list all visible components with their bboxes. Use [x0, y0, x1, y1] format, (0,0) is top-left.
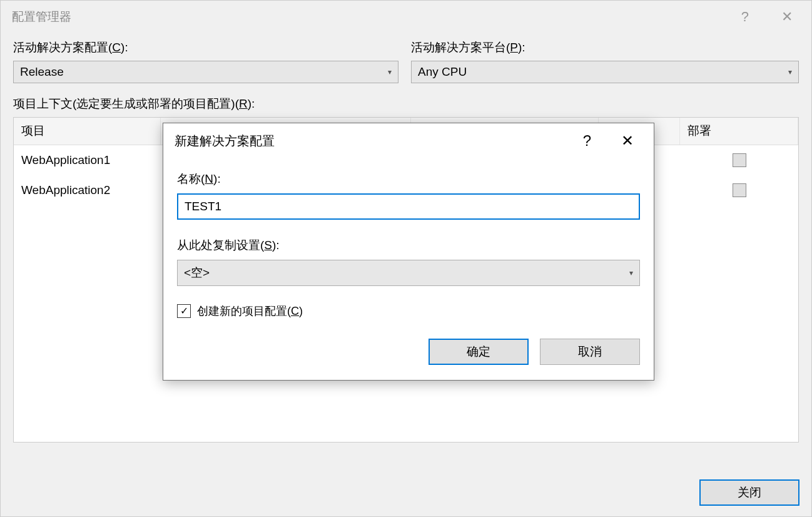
copy-from-label: 从此处复制设置(S):	[177, 237, 640, 253]
project-cell: WebApplication1	[14, 148, 161, 172]
chevron-down-icon: ▾	[388, 68, 392, 76]
copy-from-combo[interactable]: <空> ▾	[177, 260, 640, 286]
solution-config-group: 活动解决方案配置(C): Release ▾	[13, 39, 398, 83]
solution-config-label: 活动解决方案配置(C):	[13, 39, 398, 56]
header-project[interactable]: 项目	[14, 118, 161, 145]
titlebar-actions: ? ✕	[734, 6, 800, 28]
close-button[interactable]: 关闭	[699, 479, 799, 506]
deploy-cell	[680, 183, 798, 197]
help-icon[interactable]: ?	[574, 130, 600, 152]
copy-from-value: <空>	[184, 265, 629, 281]
deploy-cell	[680, 153, 798, 167]
chevron-down-icon: ▾	[788, 68, 792, 76]
window-title: 配置管理器	[12, 9, 734, 25]
solution-config-value: Release	[20, 65, 388, 79]
name-label: 名称(N):	[177, 171, 640, 187]
solution-platform-group: 活动解决方案平台(P): Any CPU ▾	[411, 39, 799, 83]
titlebar: 配置管理器 ? ✕	[1, 1, 811, 33]
modal-body: 名称(N): 从此处复制设置(S): <空> ▾ ✓ 创建新的项目配置(C) 确…	[163, 158, 654, 380]
deploy-checkbox[interactable]	[733, 153, 746, 167]
name-input[interactable]	[177, 193, 640, 220]
header-deploy[interactable]: 部署	[680, 118, 798, 145]
new-solution-config-dialog: 新建解决方案配置 ? ✕ 名称(N): 从此处复制设置(S): <空> ▾ ✓ …	[163, 123, 654, 381]
create-project-config-row[interactable]: ✓ 创建新的项目配置(C)	[177, 304, 640, 319]
close-icon[interactable]: ✕	[774, 6, 800, 28]
solution-config-combo[interactable]: Release ▾	[13, 61, 398, 83]
create-project-config-checkbox[interactable]: ✓	[177, 304, 191, 318]
ok-button[interactable]: 确定	[429, 339, 529, 365]
modal-title: 新建解决方案配置	[175, 133, 574, 150]
cancel-button[interactable]: 取消	[540, 339, 640, 365]
deploy-checkbox[interactable]	[733, 183, 746, 197]
project-context-label: 项目上下文(选定要生成或部署的项目配置)(R):	[13, 96, 799, 112]
chevron-down-icon: ▾	[629, 269, 633, 277]
create-project-config-label: 创建新的项目配置(C)	[197, 304, 303, 319]
checkmark-icon: ✓	[180, 306, 188, 316]
top-row: 活动解决方案配置(C): Release ▾ 活动解决方案平台(P): Any …	[13, 39, 799, 83]
solution-platform-value: Any CPU	[418, 65, 788, 79]
modal-title-actions: ? ✕	[574, 130, 642, 152]
project-cell: WebApplication2	[14, 178, 161, 202]
modal-titlebar: 新建解决方案配置 ? ✕	[163, 123, 654, 158]
modal-footer: 确定 取消	[177, 339, 640, 365]
footer: 关闭	[699, 479, 799, 506]
solution-platform-label: 活动解决方案平台(P):	[411, 39, 799, 56]
solution-platform-combo[interactable]: Any CPU ▾	[411, 61, 799, 83]
help-icon[interactable]: ?	[734, 6, 756, 28]
close-icon[interactable]: ✕	[612, 130, 642, 152]
